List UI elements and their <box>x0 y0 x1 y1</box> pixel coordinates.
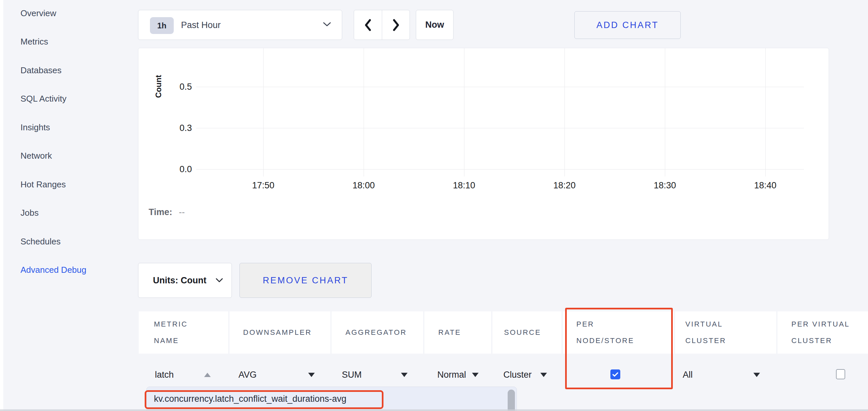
downsampler-select[interactable]: AVG <box>239 369 257 381</box>
next-time-button[interactable] <box>382 10 410 40</box>
remove-chart-button[interactable]: REMOVE CHART <box>240 263 372 298</box>
sidebar-item-advanced-debug[interactable]: Advanced Debug <box>21 263 86 276</box>
prev-time-button[interactable] <box>354 10 382 40</box>
caret-down-icon <box>540 373 547 377</box>
column-header-source: SOURCE <box>492 311 561 353</box>
gridline <box>263 48 264 176</box>
left-gutter <box>0 0 3 411</box>
column-header-per-virtual-cluster: PER VIRTUAL CLUSTER <box>777 311 868 353</box>
column-header-rate: RATE <box>425 311 491 353</box>
x-tick-label: 17:50 <box>240 180 286 191</box>
column-header-metric-name: METRIC NAME <box>139 311 228 353</box>
hover-time-label: Time: <box>149 207 173 217</box>
y-axis-label: Count <box>154 65 164 108</box>
chevron-down-icon <box>215 278 224 283</box>
sidebar-item-hot-ranges[interactable]: Hot Ranges <box>21 178 66 191</box>
x-tick-label: 18:20 <box>541 180 588 191</box>
dropdown-scrollbar[interactable] <box>508 389 515 411</box>
sidebar-item-databases[interactable]: Databases <box>21 64 61 77</box>
per-virtual-cluster-checkbox[interactable] <box>836 369 845 379</box>
chevron-left-icon <box>364 19 372 32</box>
chevron-right-icon <box>392 19 400 32</box>
bottom-edge-divider <box>0 409 868 411</box>
custom-chart-panel: Count 0.5 0.3 0.0 17:50 18:00 18:10 18:2… <box>138 48 829 240</box>
x-tick-label: 18:10 <box>441 180 487 191</box>
y-tick-label: 0.5 <box>165 81 192 92</box>
advanced-debug-custom-chart-page: Overview Metrics Databases SQL Activity … <box>0 0 868 411</box>
sidebar-item-sql-activity[interactable]: SQL Activity <box>21 92 66 105</box>
column-header-per-node-store: PER NODE/STORE <box>563 311 674 353</box>
x-tick-label: 18:40 <box>742 180 788 191</box>
sort-up-icon[interactable] <box>204 373 211 377</box>
time-range-label: Past Hour <box>181 20 221 30</box>
caret-down-icon <box>753 373 760 377</box>
time-range-dropdown[interactable]: 1h Past Hour <box>138 10 342 40</box>
gridline <box>196 87 804 87</box>
sidebar-item-network[interactable]: Network <box>21 149 52 162</box>
column-header-aggregator: AGGREGATOR <box>332 311 423 353</box>
checkmark-icon <box>611 370 619 378</box>
sidebar-item-overview[interactable]: Overview <box>21 7 56 20</box>
source-select[interactable]: Cluster <box>503 369 532 381</box>
sidebar-item-metrics[interactable]: Metrics <box>21 35 48 48</box>
time-step-buttons <box>354 10 410 40</box>
column-header-downsampler: DOWNSAMPLER <box>229 311 330 353</box>
units-dropdown-label: Units: Count <box>153 275 207 286</box>
time-range-badge: 1h <box>150 17 174 34</box>
gridline <box>464 48 464 176</box>
sidebar-item-schedules[interactable]: Schedules <box>21 235 60 248</box>
virtual-cluster-select[interactable]: All <box>683 369 693 381</box>
gridline <box>564 48 565 176</box>
gridline <box>196 169 804 170</box>
caret-down-icon <box>308 373 315 377</box>
x-tick-label: 18:30 <box>642 180 688 191</box>
x-tick-label: 18:00 <box>341 180 387 191</box>
caret-down-icon <box>472 373 478 377</box>
y-tick-label: 0.0 <box>165 164 192 174</box>
metric-name-input[interactable]: latch <box>155 369 174 381</box>
gridline <box>665 48 665 176</box>
gridline <box>196 128 804 128</box>
y-tick-label: 0.3 <box>165 123 192 133</box>
now-button[interactable]: Now <box>416 10 454 40</box>
sidebar-item-jobs[interactable]: Jobs <box>21 206 39 219</box>
rate-select[interactable]: Normal <box>437 369 466 381</box>
hover-time-readout: Time:-- <box>149 207 185 217</box>
metric-suggestion-dropdown: kv.concurrency.latch_conflict_wait_durat… <box>146 386 517 411</box>
caret-down-icon <box>401 373 408 377</box>
gridline <box>765 48 766 176</box>
gridline <box>364 48 364 176</box>
hover-time-value: -- <box>179 207 185 217</box>
sidebar-item-insights[interactable]: Insights <box>21 121 50 134</box>
chevron-down-icon <box>322 22 332 27</box>
metric-suggestion-item[interactable]: kv.concurrency.latch_conflict_wait_durat… <box>154 394 346 404</box>
units-dropdown[interactable]: Units: Count <box>138 263 232 298</box>
column-header-virtual-cluster: VIRTUAL CLUSTER <box>675 311 776 353</box>
per-node-store-checkbox[interactable] <box>610 370 620 379</box>
aggregator-select[interactable]: SUM <box>342 369 362 381</box>
add-chart-button[interactable]: ADD CHART <box>575 11 681 39</box>
